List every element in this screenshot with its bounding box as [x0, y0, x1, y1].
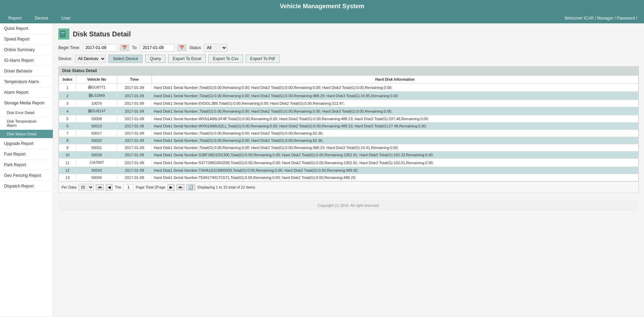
to-label: To:: [132, 45, 137, 50]
device-select[interactable]: All Devices: [75, 55, 106, 63]
cell-disk-info: Hard Disk1 Serial Number:;Total(G):0.00,…: [152, 92, 639, 100]
table-row: 12500432017-01-09Hard Disk1 Serial Numbe…: [59, 167, 639, 174]
cell-index: 5: [59, 115, 76, 123]
cell-time: 2017-01-09: [117, 83, 152, 92]
per-data-select[interactable]: 15 25 50 100: [78, 184, 94, 191]
cell-index: 12: [59, 167, 76, 174]
sidebar-item-temperature-alarm[interactable]: Temperature Alarm: [0, 77, 53, 87]
col-time: Time: [117, 76, 152, 83]
cell-index: 3: [59, 100, 76, 107]
cell-disk-info: Hard Disk1 Serial Number:6VDGL3B9,Total(…: [152, 100, 639, 107]
last-page-btn[interactable]: ⏭: [176, 184, 184, 190]
nav-user[interactable]: User: [60, 15, 72, 21]
prev-page-btn[interactable]: ◀: [106, 184, 113, 191]
table-row: 3100762017-01-09Hard Disk1 Serial Number…: [59, 100, 639, 107]
cell-disk-info: Hard Disk1 Serial Number:S377J9BG903268,…: [152, 159, 639, 167]
col-hard-disk-info: Hard Disk Information: [152, 76, 639, 83]
cell-time: 2017-01-09: [117, 137, 152, 144]
cell-time: 2017-01-09: [117, 174, 152, 181]
table-row: 5500082017-01-09Hard Disk1 Serial Number…: [59, 115, 639, 123]
table-row: 9500312017-01-09Hard Disk1 Serial Number…: [59, 144, 639, 151]
svg-rect-2: [63, 32, 65, 33]
cell-time: 2017-01-09: [117, 115, 152, 123]
first-page-btn[interactable]: ⏮: [96, 184, 104, 190]
sidebar-item-online-summary[interactable]: Online Summary: [0, 45, 53, 55]
sidebar-item-alarm-report[interactable]: Alarm Report: [0, 87, 53, 98]
begin-time-input[interactable]: [83, 44, 117, 52]
sidebar-item-disk-temperature-alarm[interactable]: Disk Temperature Alarm: [0, 117, 53, 130]
app-title: Vehicle Management System: [280, 3, 364, 10]
sidebar-item-fuel-report[interactable]: Fuel Report: [0, 149, 53, 160]
the-label: The: [115, 185, 121, 189]
table-row: 7500172017-01-09Hard Disk1 Serial Number…: [59, 130, 639, 137]
nav-report[interactable]: Report: [7, 15, 23, 21]
next-page-btn[interactable]: ▶: [168, 184, 174, 191]
cell-vehicle-no: 50017: [76, 130, 117, 137]
refresh-btn[interactable]: 🔄: [186, 184, 195, 191]
cell-disk-info: Hard Disk1 Serial Number:WXN1A86L62LL,To…: [152, 123, 639, 130]
table-section-title: Disk Status Detail: [59, 67, 639, 75]
table-row: 13500452017-01-09Hard Disk1 Serial Numbe…: [59, 174, 639, 181]
export-excel-button[interactable]: Export To Excel: [168, 55, 206, 63]
cell-disk-info: Hard Disk1 Serial Number:;Total(G):0.00,…: [152, 83, 639, 92]
cell-vehicle-no: 川A7897: [76, 159, 117, 167]
cell-index: 10: [59, 151, 76, 159]
cell-time: 2017-01-09: [117, 107, 152, 115]
nav-device[interactable]: Device: [33, 15, 50, 21]
page-title: Disk Status Detail: [73, 30, 131, 38]
table-section: Disk Status Detail Index Vehicle No Time…: [58, 66, 639, 193]
sidebar-item-park-report[interactable]: Park Report: [0, 160, 53, 170]
welcome-text: Welcome! ICAR / Manager / Password /: [564, 16, 637, 21]
cell-index: 4: [59, 107, 76, 115]
sidebar-item-driver-behavior[interactable]: Driver Behavior: [0, 66, 53, 77]
cell-disk-info: Hard Disk1 Serial Number:;Total(G):0.00,…: [152, 130, 639, 137]
cell-disk-info: Hard Disk1 Serial Number:;Total(G):0.00,…: [152, 107, 639, 115]
to-time-calendar-btn[interactable]: 📅: [177, 44, 186, 51]
device-label: Device:: [58, 56, 72, 61]
total-page-label: Page Total 2Page: [136, 185, 165, 189]
export-csv-button[interactable]: Export To Csv: [208, 55, 243, 63]
cell-vehicle-no: 50038: [76, 151, 117, 159]
cell-time: 2017-01-09: [117, 92, 152, 100]
sidebar-item-dispatch-report[interactable]: Dispatch Report: [0, 181, 53, 192]
sidebar-item-speed-report[interactable]: Speed Report: [0, 34, 53, 45]
cell-disk-info: Hard Disk1 Serial Number:TE86174017C671,…: [152, 174, 639, 181]
cell-vehicle-no: 50010: [76, 123, 117, 130]
cell-time: 2017-01-09: [117, 100, 152, 107]
status-select[interactable]: All Normal Error: [204, 44, 227, 52]
begin-time-calendar-btn[interactable]: 📅: [120, 44, 129, 51]
svg-rect-4: [61, 35, 65, 35]
cell-index: 6: [59, 123, 76, 130]
filter-row-1: Begin Time: 📅 To: 📅 Status All Normal Er…: [58, 44, 639, 52]
cell-vehicle-no: 圖L52949: [76, 92, 117, 100]
to-time-input[interactable]: [140, 44, 174, 52]
display-info: Displaying 1 to 15 total of 22 items: [197, 185, 255, 189]
page-number-input[interactable]: [123, 184, 134, 190]
select-device-button[interactable]: Select Device: [108, 55, 142, 63]
cell-disk-info: Hard Disk1 Serial Number:;Total(G):0.00,…: [152, 137, 639, 144]
page-icon: [58, 29, 69, 39]
table-row: 8500202017-01-09Hard Disk1 Serial Number…: [59, 137, 639, 144]
cell-vehicle-no: 50020: [76, 137, 117, 144]
export-pdf-button[interactable]: Export To Pdf: [246, 55, 279, 63]
cell-index: 9: [59, 144, 76, 151]
filter-row-2: Device: All Devices Select Device Query …: [58, 55, 639, 63]
sidebar-item-geo-fencing-report[interactable]: Geo Fencing Report: [0, 170, 53, 181]
cell-time: 2017-01-09: [117, 144, 152, 151]
cell-time: 2017-01-09: [117, 167, 152, 174]
sidebar-item-storage-media-report[interactable]: Storage Media Report: [0, 98, 53, 109]
sidebar-item-disk-status-detail[interactable]: Disk Status Detail: [0, 130, 53, 138]
table-row: 6500102017-01-09Hard Disk1 Serial Number…: [59, 123, 639, 130]
sidebar-item-upgrade-report[interactable]: Upgrade Report: [0, 138, 53, 149]
sidebar-item-disk-error-detail[interactable]: Disk Error Detail: [0, 109, 53, 117]
query-button[interactable]: Query: [145, 55, 165, 63]
cell-disk-info: Hard Disk1 Serial Number:S38FJ9EH201300,…: [152, 151, 639, 159]
copyright-text: Copyright (c) 2016. All right reserved.: [318, 203, 380, 207]
cell-index: 1: [59, 83, 76, 92]
cell-vehicle-no: 50045: [76, 174, 117, 181]
sidebar: Quick Report Speed Report Online Summary…: [0, 23, 53, 316]
cell-time: 2017-01-09: [117, 151, 152, 159]
sidebar-item-quick-report[interactable]: Quick Report: [0, 23, 53, 34]
sidebar-item-io-alarm-report[interactable]: IO Alarm Report: [0, 55, 53, 66]
top-header: Vehicle Management System: [0, 0, 644, 13]
